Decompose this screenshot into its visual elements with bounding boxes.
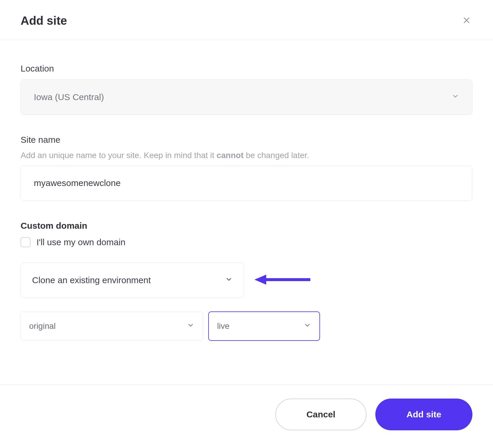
close-icon xyxy=(462,16,471,26)
site-name-field: Site name Add an unique name to your sit… xyxy=(21,135,472,201)
custom-domain-field: Custom domain I'll use my own domain xyxy=(21,221,472,247)
site-name-label: Site name xyxy=(21,135,472,145)
source-site-value: original xyxy=(29,321,56,331)
source-environment-value: live xyxy=(217,321,229,331)
modal-footer: Cancel Add site xyxy=(0,385,493,448)
site-name-help-pre: Add an unique name to your site. Keep in… xyxy=(21,151,216,160)
modal-title: Add site xyxy=(21,14,67,27)
modal-header: Add site xyxy=(0,0,493,40)
source-site-select[interactable]: original xyxy=(21,311,203,341)
own-domain-checkbox-label: I'll use my own domain xyxy=(36,237,126,247)
site-name-input[interactable] xyxy=(21,165,472,201)
chevron-down-icon xyxy=(452,92,459,102)
own-domain-row: I'll use my own domain xyxy=(21,237,472,247)
clone-environment-value: Clone an existing environment xyxy=(32,275,151,285)
clone-row: Clone an existing environment xyxy=(21,263,472,298)
clone-source-row: original live xyxy=(21,311,472,341)
arrow-annotation xyxy=(253,274,312,287)
cancel-button[interactable]: Cancel xyxy=(275,399,367,430)
source-environment-select[interactable]: live xyxy=(208,311,320,341)
close-button[interactable] xyxy=(461,15,472,27)
custom-domain-label: Custom domain xyxy=(21,221,472,231)
svg-marker-3 xyxy=(254,275,266,285)
location-value: Iowa (US Central) xyxy=(34,92,104,102)
clone-environment-select[interactable]: Clone an existing environment xyxy=(21,263,244,298)
add-site-button[interactable]: Add site xyxy=(375,399,472,430)
own-domain-checkbox[interactable] xyxy=(21,237,31,247)
modal-body: Location Iowa (US Central) Site name Add… xyxy=(0,40,493,385)
arrow-left-icon xyxy=(253,274,312,287)
chevron-down-icon xyxy=(187,321,194,331)
site-name-help-post: be changed later. xyxy=(244,151,309,160)
chevron-down-icon xyxy=(225,275,233,285)
location-label: Location xyxy=(21,64,472,74)
location-select[interactable]: Iowa (US Central) xyxy=(21,79,472,115)
chevron-down-icon xyxy=(304,321,311,331)
site-name-help: Add an unique name to your site. Keep in… xyxy=(21,151,472,160)
add-site-modal: Add site Location Iowa (US Central) xyxy=(0,0,493,448)
location-field: Location Iowa (US Central) xyxy=(21,64,472,115)
site-name-help-bold: cannot xyxy=(216,151,244,160)
